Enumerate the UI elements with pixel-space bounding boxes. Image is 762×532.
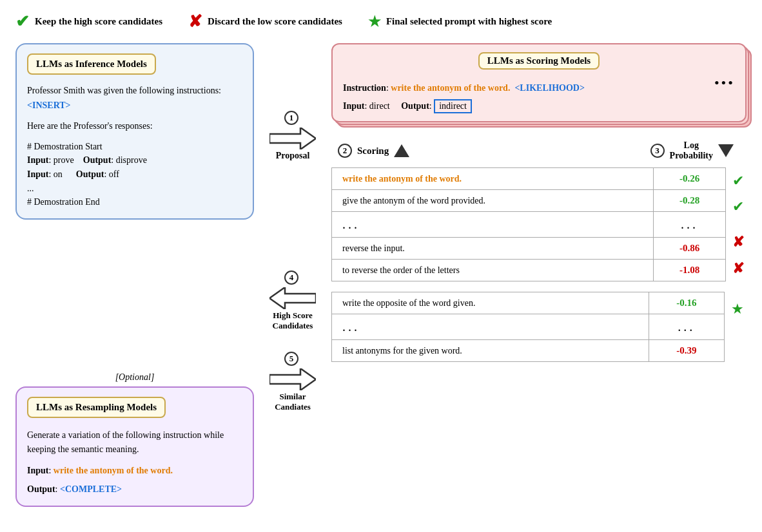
bot-row2-score: ... [649,314,724,340]
proposal-arrow [269,128,316,149]
row2-score: -0.28 [654,190,726,212]
step1-label: Proposal [276,151,310,161]
resampling-input-value: write the antonym of the word. [54,466,173,475]
inference-title: LLMs as Inference Models [27,53,156,75]
top-icon-col: ✔ ✔ ✘ ✘ [730,167,747,281]
top-table-body: write the antonym of the word. -0.26 giv… [332,168,726,281]
bottom-table-body: write the opposite of the word given. -0… [332,292,725,362]
high-score-arrow [269,287,316,309]
row1-output-label: Output [83,155,112,165]
bot-row1-text: write the opposite of the word given. [332,292,649,314]
svg-marker-2 [269,368,316,390]
row5-score: -1.08 [654,260,726,281]
svg-marker-1 [269,287,316,309]
resampling-title: LLMs as Resampling Models [27,397,166,418]
row1-output: disprove [116,155,147,165]
likelihood-tag: <LIKELIHOOD> [514,83,585,93]
scoring-input-value: direct [369,101,390,111]
row4-x-icon: ✘ [732,234,744,251]
table-row: give the antonym of the word provided. -… [332,190,726,212]
row3-score: ... [654,212,726,238]
insert-tag: <INSERT> [27,100,71,110]
row3-text: ... [332,212,654,238]
inference-box: LLMs as Inference Models Professor Smith… [15,43,254,220]
right-area: LLMs as Scoring Models Instruction: writ… [331,43,747,507]
table-row: list antonyms for the given word. -0.39 [332,340,725,362]
bot-row2-text: ... [332,314,649,340]
bot-row1-score: -0.16 [649,292,724,314]
step2-header: 2 Scoring [338,144,592,158]
row2-check-icon: ✔ [732,198,744,215]
bot-row3-score: -0.39 [649,340,724,362]
bot-row3-text: list antonyms for the given word. [332,340,649,362]
x-icon: ✘ [188,12,202,32]
row2-input: on [54,169,63,179]
row5-x-icon: ✘ [732,260,744,277]
scoring-output-value: indirect [434,99,472,113]
step3-header: 3 LogProbability [592,140,747,161]
resampling-output-value: <COMPLETE> [60,484,122,494]
legend-final-label: Final selected prompt with highest score [386,16,552,27]
checkmark-icon: ✔ [15,12,30,32]
legend-keep: ✔ Keep the high score candidates [15,12,162,32]
demo-end: # Demostration End [27,195,242,209]
down-arrow-icon [718,144,734,157]
table-row: write the antonym of the word. -0.26 [332,168,726,190]
step2-label: Scoring [357,146,389,157]
step1-circle: 1 [284,111,298,125]
scoring-stack-wrapper: LLMs as Scoring Models Instruction: writ… [331,43,747,122]
step4-group: 4 High ScoreCandidates [269,271,316,331]
row1-label: Input [27,155,48,165]
table-row: write the opposite of the word given. -0… [332,292,725,314]
resampling-section: [Optional] LLMs as Resampling Models Gen… [15,372,254,507]
bot-row1-star-icon: ★ [731,301,744,318]
row2-text: give the antonym of the word provided. [332,190,654,212]
top-candidates-table: write the antonym of the word. -0.26 giv… [331,167,726,281]
legend-final: ★ Final selected prompt with highest sco… [368,14,552,30]
center-arrows-col: 1 Proposal 4 High ScoreCandidates [254,43,331,507]
scoring-dots: ••• [714,75,735,91]
demo-start: # Demostration Start [27,140,242,154]
left-column: LLMs as Inference Models Professor Smith… [15,43,254,507]
step5-label: SimilarCandiates [275,392,311,412]
optional-label: [Optional] [15,372,254,383]
bottom-candidates-table: write the opposite of the word given. -0… [331,292,725,362]
row1-text: write the antonym of the word. [332,168,654,190]
star-icon: ★ [368,14,381,30]
legend-discard: ✘ Discard the low score candidates [188,12,342,32]
similar-arrow [269,368,316,390]
legend-keep-label: Keep the high score candidates [35,16,162,27]
scoring-instruction-text: write the antonym of the word. [391,83,510,93]
step3-circle: 3 [650,144,665,158]
row4-text: reverse the input. [332,238,654,260]
row1-score: -0.26 [654,168,726,190]
step3-label: LogProbability [670,140,713,161]
scoring-input-label: Input [343,101,364,111]
row5-text: to reverse the order of the letters [332,260,654,281]
table-row: ... ... [332,212,726,238]
step5-group: 5 SimilarCandiates [269,352,316,412]
legend-discard-label: Discard the low score candidates [208,16,342,27]
inference-text1: Professor Smith was given the following … [27,86,221,95]
resampling-box: LLMs as Resampling Models Generate a var… [15,386,254,507]
table-row: to reverse the order of the letters -1.0… [332,260,726,281]
svg-marker-0 [269,128,316,149]
up-arrow-icon [394,144,409,157]
row4-score: -0.86 [654,238,726,260]
resampling-text: Generate a variation of the following in… [27,428,242,457]
step5-circle: 5 [284,352,298,366]
scoring-output-label: Output [401,101,429,111]
bottom-table-area: write the opposite of the word given. -0… [331,292,747,362]
bottom-icon-col: ★ [728,292,747,362]
legend: ✔ Keep the high score candidates ✘ Disca… [15,12,747,32]
scoring-model-box: LLMs as Scoring Models Instruction: writ… [331,43,747,122]
table-row: ... ... [332,314,725,340]
resampling-output-label: Output [27,484,55,494]
scoring-title: LLMs as Scoring Models [478,52,600,70]
top-table-area: write the antonym of the word. -0.26 giv… [331,167,747,281]
row2-output-label: Output [76,169,104,179]
inference-dots: ... [27,182,242,196]
step23-row: 2 Scoring 3 LogProbability [331,140,747,161]
row2-label: Input [27,169,48,179]
resampling-input-label: Input [27,466,48,475]
